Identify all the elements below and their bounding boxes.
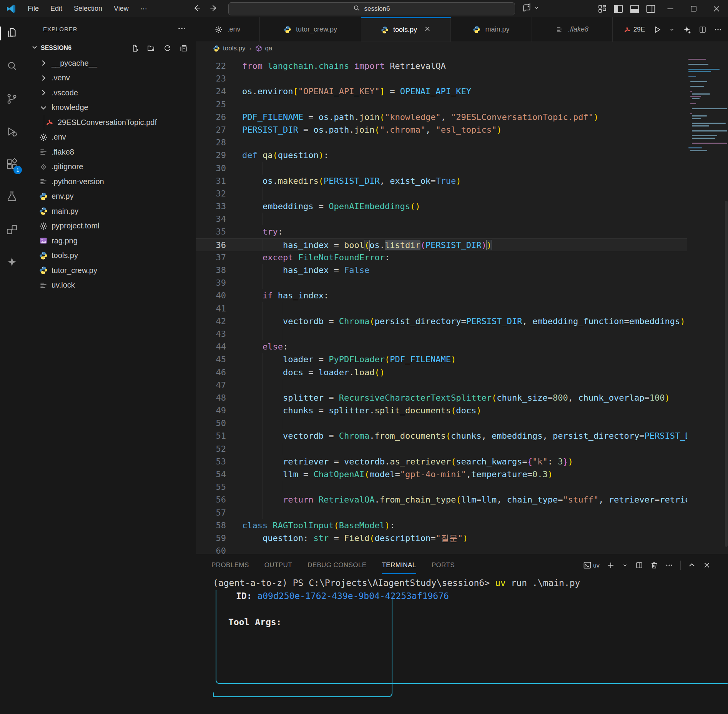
breadcrumb[interactable]: tools.py›qa [196,42,728,55]
code-line-40[interactable]: 40 if has_index: [196,289,687,302]
minimize-icon[interactable] [659,0,682,17]
code-line-44[interactable]: 44 else: [196,340,687,353]
split-editor-icon[interactable] [635,561,643,569]
tab-tools-py[interactable]: tools.py [361,17,451,42]
sidebar-item-tools-py[interactable]: tools.py [24,248,196,263]
code-line-35[interactable]: 35 try: [196,225,687,238]
code-line-22[interactable]: 22from langchain.chains import Retrieval… [196,60,687,72]
sidebar-item-knowledge[interactable]: knowledge [24,100,196,115]
activity-bar-search[interactable] [3,57,21,75]
activity-bar-explorer[interactable] [3,24,21,43]
collapse-all-icon[interactable] [180,44,188,52]
sidebar-item-29eslconversationtopic-pdf[interactable]: 29ESLConversationTopic.pdf [24,115,196,130]
tab-main-py[interactable]: main.py [451,17,532,42]
sidebar-item-rag-png[interactable]: rag.png [24,233,196,248]
code-line-26[interactable]: 26PDF_FILENAME = os.path.join("knowledge… [196,111,687,123]
code-line-32[interactable]: 32 [196,187,687,200]
menu-item-selection[interactable]: Selection [69,3,107,15]
close-icon[interactable] [705,0,728,17]
chevron-down-small-icon[interactable] [669,27,675,33]
workspace-section-header[interactable]: SESSION6 [24,40,196,56]
minimap[interactable] [687,59,727,159]
sidebar-item--pycache-[interactable]: __pycache__ [24,56,196,71]
copilot-menu[interactable] [522,3,539,13]
code-line-39[interactable]: 39 [196,276,687,289]
breadcrumb-item[interactable]: qa [265,45,273,52]
trash-icon[interactable] [650,561,658,569]
activity-bar-testing[interactable] [3,188,21,206]
new-folder-icon[interactable] [147,44,155,52]
code-line-58[interactable]: 58class RAGToolInput(BaseModel): [196,519,687,532]
menu-item-view[interactable]: View [109,3,133,15]
panel-tab-terminal[interactable]: TERMINAL [382,554,416,576]
code-editor[interactable]: 22from langchain.chains import Retrieval… [196,55,728,554]
code-line-45[interactable]: 45 loader = PyPDFLoader(PDF_FILENAME) [196,353,687,366]
close-tab-icon[interactable] [424,25,431,34]
code-line-54[interactable]: 54 llm = ChatOpenAI(model="gpt-4o-mini",… [196,468,687,481]
code-line-24[interactable]: 24os.environ["OPENAI_API_KEY"] = OPENAI_… [196,85,687,98]
code-line-38[interactable]: 38 has_index = False [196,264,687,276]
code-line-28[interactable]: 28 [196,136,687,149]
sidebar-item-tutor-crew-py[interactable]: tutor_crew.py [24,263,196,278]
code-line-41[interactable]: 41 [196,302,687,315]
code-line-46[interactable]: 46 docs = loader.load() [196,366,687,379]
code-line-37[interactable]: 37 except FileNotFoundError: [196,251,687,264]
code-line-34[interactable]: 34 [196,213,687,225]
activity-bar-source-control[interactable] [3,90,21,108]
maximize-icon[interactable] [682,0,705,17]
back-arrow-icon[interactable] [192,4,201,14]
code-line-43[interactable]: 43 [196,328,687,340]
sidebar-item-uv-lock[interactable]: uv.lock [24,278,196,293]
code-line-27[interactable]: 27PERSIST_DIR = os.path.join(".chroma", … [196,123,687,136]
tab--env[interactable]: .env [196,17,260,42]
activity-bar-extensions[interactable]: 1 [3,155,21,173]
code-line-52[interactable]: 52 [196,443,687,455]
code-line-25[interactable]: 25 [196,98,687,111]
forward-arrow-icon[interactable] [210,4,218,14]
customize-layout-icon[interactable] [594,0,610,17]
sidebar-item-main-py[interactable]: main.py [24,204,196,219]
sidebar-item--flake8[interactable]: .flake8 [24,145,196,160]
refresh-icon[interactable] [163,44,171,52]
sidebar-item--gitignore[interactable]: .gitignore [24,160,196,175]
code-line-56[interactable]: 56 return RetrievalQA.from_chain_type(ll… [196,493,687,506]
plus-icon[interactable] [607,561,615,569]
toggle-secondary-sidebar-icon[interactable] [643,0,659,17]
panel-tab-ports[interactable]: PORTS [432,554,455,576]
sidebar-item--env[interactable]: .env [24,130,196,145]
panel-maximize-icon[interactable] [688,561,696,569]
chevron-down-small-icon[interactable] [622,562,628,568]
panel-tab-problems[interactable]: PROBLEMS [211,554,249,576]
editor-scrollbar[interactable] [725,201,728,547]
code-line-29[interactable]: 29def qa(question): [196,149,687,161]
sidebar-item-pyproject-toml[interactable]: pyproject.toml [24,219,196,234]
menu-item-file[interactable]: File [23,3,43,15]
code-line-47[interactable]: 47 [196,379,687,391]
menu-item-[interactable]: ⋯ [136,3,152,15]
breadcrumb-item[interactable]: tools.py [223,45,246,52]
sparkle-icon[interactable] [683,25,691,34]
panel-tab-debug-console[interactable]: DEBUG CONSOLE [307,554,367,576]
code-line-57[interactable]: 57 [196,506,687,519]
tab-tutor-crew-py[interactable]: tutor_crew.py [260,17,361,42]
more-icon[interactable] [665,561,673,569]
sidebar-item--venv[interactable]: .venv [24,71,196,86]
code-line-23[interactable]: 23 [196,72,687,85]
new-file-icon[interactable] [131,44,139,52]
code-line-36[interactable]: 36 has_index = bool(os.listdir(PERSIST_D… [196,238,687,251]
run-icon[interactable] [653,25,661,34]
sidebar-item--python-version[interactable]: .python-version [24,174,196,189]
activity-bar-remote[interactable] [3,220,21,239]
sidebar-item--vscode[interactable]: .vscode [24,85,196,100]
toggle-sidebar-icon[interactable] [610,0,627,17]
panel-tab-output[interactable]: OUTPUT [264,554,292,576]
sidebar-item-env-py[interactable]: env.py [24,189,196,204]
code-line-31[interactable]: 31 os.makedirs(PERSIST_DIR, exist_ok=Tru… [196,175,687,187]
code-line-33[interactable]: 33 embeddings = OpenAIEmbeddings() [196,200,687,213]
explorer-more-actions-icon[interactable] [178,24,186,34]
menu-item-edit[interactable]: Edit [46,3,67,15]
activity-bar-run-debug[interactable] [3,122,21,141]
code-line-49[interactable]: 49 chunks = splitter.split_documents(doc… [196,404,687,417]
launch-profile-terminal[interactable]: uv [583,561,600,569]
code-line-59[interactable]: 59 question: str = Field(description="질문… [196,532,687,544]
